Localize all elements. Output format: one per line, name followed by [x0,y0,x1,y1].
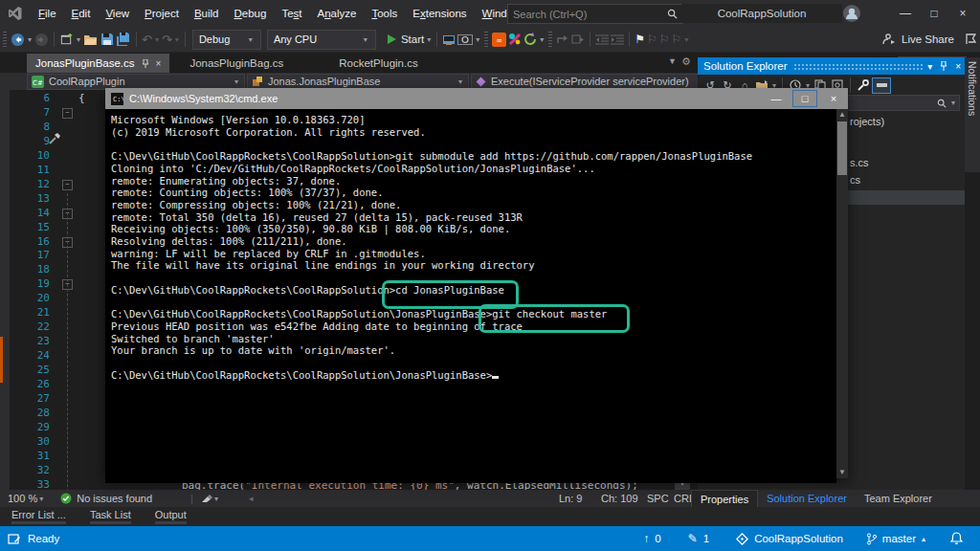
redo-dropdown[interactable]: ▾ [173,35,181,44]
cmd-titlebar[interactable]: C:\ C:\Windows\System32\cmd.exe — □ × [105,88,848,109]
increase-indent-icon[interactable] [611,29,624,50]
save-all-button[interactable] [116,29,131,50]
menu-debug[interactable]: Debug [226,0,274,27]
code-fold-toggle[interactable]: − [62,180,73,190]
tab-jonaspluginbag[interactable]: JonasPluginBag.cs [181,54,292,73]
screenshot-tool-icon[interactable] [457,29,473,50]
solution-configuration-select[interactable]: Debug▾ [192,30,261,50]
save-button[interactable] [100,29,114,50]
health-check-icon[interactable] [60,493,72,504]
cmd-scroll-thumb[interactable] [837,121,847,175]
avatar[interactable] [842,4,861,23]
tab-properties[interactable]: Properties [691,490,758,508]
solution-explorer-titlebar[interactable]: Solution Explorer ▾ × [698,57,965,75]
issues-status-label[interactable]: No issues found [77,493,152,504]
tools-dropdown[interactable]: ▾ [538,35,546,44]
menu-edit[interactable]: Edit [64,0,99,27]
xrmtoolbox-icon[interactable]: ∞ [492,29,506,50]
minimize-button[interactable]: — [892,0,919,27]
branch-indicator[interactable]: master ▴ [866,533,925,545]
panel-pin-icon[interactable] [936,61,951,71]
live-share-label[interactable]: Live Share [902,33,954,45]
toolbar-grip[interactable] [484,32,488,47]
close-button[interactable]: × [949,0,976,27]
new-project-dropdown[interactable]: ▾ [75,35,82,44]
next-bookmark-icon[interactable]: ⚐ [659,29,670,50]
menu-project[interactable]: Project [137,0,187,27]
hscroll-left-arrow[interactable]: ◂ [249,494,254,503]
pending-edits-indicator[interactable]: ✎ 1 [688,532,709,545]
quick-actions-screwdriver-icon[interactable] [48,132,61,145]
notifications-side-tab[interactable]: Notifications [965,57,980,172]
breadcrumb-project[interactable]: C# CoolRappPlugin ▾ [27,74,245,90]
tab-rocketplugin[interactable]: RocketPlugin.cs [330,54,426,73]
maximize-button[interactable]: □ [921,0,947,27]
cmd-window[interactable]: C:\ C:\Windows\System32\cmd.exe — □ × Mi… [105,88,848,478]
menu-file[interactable]: File [31,0,64,27]
panel-drag-texture[interactable] [793,63,924,71]
search-input[interactable]: Search (Ctrl+Q) [507,4,683,24]
tab-overflow-dropdown[interactable]: ▼ [668,56,677,66]
live-share-icon[interactable] [881,29,897,50]
code-fold-toggle[interactable]: − [62,108,73,119]
plugin-registration-icon[interactable] [508,29,522,50]
notifications-bell-icon[interactable] [950,532,963,545]
redo-button[interactable]: ↷ [162,29,172,50]
code-cleanup-icon[interactable] [201,494,212,503]
se-item-file-partial[interactable]: s.cs [850,157,869,168]
decrease-indent-icon[interactable] [595,29,609,50]
toolbar-grip[interactable] [548,32,552,47]
cmd-scrollbar[interactable]: ▲ ▼ [836,109,848,478]
repository-indicator[interactable]: CoolRappSolution [736,533,843,545]
menu-extensions[interactable]: Extensions [405,0,474,27]
cmd-maximize-button[interactable]: □ [791,88,819,109]
menu-tools[interactable]: Tools [364,0,405,27]
navigate-back-dropdown[interactable]: ▾ [26,35,33,44]
breadcrumb-type[interactable]: Jonas.JonasPluginBase ▾ [247,74,469,90]
previous-bookmark-icon[interactable]: ⚐ [647,29,657,50]
toggle-bookmark-icon[interactable]: ⚑ [635,29,645,50]
se-item-file-partial[interactable]: cs [850,174,860,186]
panel-close-icon[interactable]: × [951,61,965,72]
attach-to-process-icon[interactable] [442,29,456,50]
menu-build[interactable]: Build [187,0,227,27]
feedback-icon[interactable] [965,29,979,50]
code-cleanup-dropdown[interactable]: ▾ [212,495,220,503]
navigate-forward-button[interactable] [34,29,49,50]
clear-bookmarks-icon[interactable]: ⚐ [672,29,682,50]
menu-view[interactable]: View [98,0,137,27]
navigate-backward-code-icon[interactable] [556,29,569,50]
pin-tab-icon[interactable] [142,59,149,68]
open-file-button[interactable] [83,29,99,50]
start-dropdown[interactable]: ▾ [425,35,433,44]
solution-platform-select[interactable]: Any CPU▾ [267,30,376,50]
menu-analyze[interactable]: Analyze [310,0,365,27]
tab-jonaspluginbase[interactable]: JonasPluginBase.cs × [27,54,169,73]
undo-dropdown[interactable]: ▾ [153,35,161,44]
editor-options-icon[interactable]: ⚙ [681,55,691,68]
tab-solution-explorer[interactable]: Solution Explorer [758,490,856,507]
toolbar-grip[interactable] [3,32,7,47]
zoom-level-dropdown[interactable]: ▾ [37,495,45,503]
zoom-level-select[interactable]: 100 % [8,493,37,504]
panel-dropdown-icon[interactable]: ▾ [924,61,936,72]
se-properties-wrench-icon[interactable] [855,78,872,93]
breadcrumb-member[interactable]: Execute(IServiceProvider serviceProvider… [471,74,708,90]
navigate-back-button[interactable] [11,29,25,50]
cmd-minimize-button[interactable]: — [762,88,791,109]
menu-test[interactable]: Test [274,0,309,27]
tab-team-explorer[interactable]: Team Explorer [856,490,941,507]
undo-button[interactable]: ↶ [142,29,152,50]
navigate-forward-code-icon[interactable] [571,29,585,50]
tab-error-list[interactable]: Error List ... [8,507,70,524]
se-search-dropdown[interactable]: ▾ [949,99,957,107]
new-project-button[interactable] [59,29,74,50]
tab-task-list[interactable]: Task List [86,507,135,524]
incoming-commits-indicator[interactable]: ↑ 0 [643,532,660,545]
cmd-scroll-down-arrow[interactable]: ▼ [836,467,848,478]
close-tab-icon[interactable]: × [156,58,162,69]
cmd-close-button[interactable]: × [819,88,848,109]
refresh-tool-icon[interactable] [523,29,537,50]
cmd-scroll-up-arrow[interactable]: ▲ [836,109,848,121]
se-show-all-files-icon[interactable] [872,77,891,94]
